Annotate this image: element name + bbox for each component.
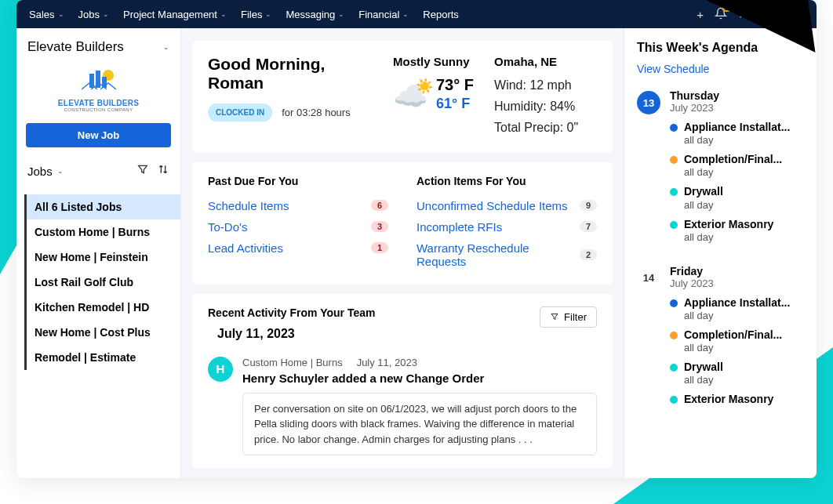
agenda-event[interactable]: Exterior Masonry (670, 392, 804, 406)
weather-precip: Total Precip: 0" (494, 117, 578, 138)
job-item[interactable]: New Home | Cost Plus (27, 320, 180, 345)
clocked-in-badge[interactable]: CLOCKED IN (208, 103, 272, 121)
sort-icon[interactable] (157, 163, 169, 179)
agenda-event[interactable]: Appliance Installat...all day (670, 120, 804, 146)
jobs-selector[interactable]: Jobs ⌄ (27, 165, 64, 178)
count-badge: 9 (580, 200, 597, 211)
day-name: Friday (670, 265, 804, 277)
hero-card: Good Morning, Roman CLOCKED IN for 03:28… (192, 41, 613, 153)
summary-card: Past Due For You Schedule Items6To-Do's3… (192, 162, 613, 285)
location-name: Omaha, NE (494, 55, 578, 68)
greeting: Good Morning, Roman (208, 55, 373, 92)
event-dot-icon (670, 332, 678, 339)
agenda-day: 14FridayJuly 2023Appliance Installat...a… (637, 265, 804, 413)
nav-project-management[interactable]: Project Management⌄ (123, 9, 227, 20)
activity-avatar: H (208, 357, 233, 382)
job-item-active[interactable]: All 6 Listed Jobs (27, 194, 180, 219)
activity-date: July 11, 2023 (217, 327, 375, 341)
activity-headline: Henry Schuyler added a new Change Order (242, 372, 597, 385)
activity-when: July 11, 2023 (357, 357, 417, 368)
activity-note: Per conversation on site on 06/1/2023, w… (242, 393, 597, 456)
chevron-down-icon: ⌄ (338, 10, 344, 18)
chevron-down-icon: ⌄ (402, 10, 409, 18)
chevron-down-icon: ⌄ (57, 167, 64, 175)
event-dot-icon (670, 221, 678, 229)
activity-job: Custom Home | Burns (242, 357, 343, 368)
day-number: 14 (637, 267, 660, 290)
weather-humidity: Humidity: 84% (494, 96, 578, 117)
past-due-link[interactable]: To-Do's (208, 220, 247, 234)
main-content: Good Morning, Roman CLOCKED IN for 03:28… (181, 28, 624, 478)
clocked-duration: for 03:28 hours (282, 107, 350, 118)
count-badge: 3 (371, 221, 388, 232)
weather-condition: Mostly Sunny (393, 55, 474, 68)
chevron-down-icon: ⌄ (163, 43, 169, 51)
org-logo: ELEVATE BUILDERS CONSTRUCTION COMPANY (16, 63, 180, 120)
count-badge: 6 (371, 200, 388, 211)
nav-jobs[interactable]: Jobs⌄ (78, 9, 109, 20)
count-badge: 1 (371, 242, 388, 253)
action-item-link[interactable]: Warranty Reschedule Requests (416, 241, 580, 268)
activity-title: Recent Activity From Your Team (208, 306, 375, 319)
job-item[interactable]: Lost Rail Golf Club (27, 270, 180, 295)
count-badge: 2 (580, 249, 597, 260)
new-job-button[interactable]: New Job (26, 123, 171, 147)
nav-reports[interactable]: Reports (423, 9, 459, 20)
past-due-title: Past Due For You (208, 175, 388, 187)
chevron-down-icon: ⌄ (265, 10, 271, 18)
event-dot-icon (670, 188, 678, 196)
filter-button[interactable]: Filter (540, 306, 597, 328)
action-item-link[interactable]: Unconfirmed Schedule Items (416, 199, 568, 212)
event-dot-icon (670, 396, 678, 404)
weather-wind: Wind: 12 mph (494, 74, 578, 96)
activity-item: H Custom Home | Burns July 11, 2023 Henr… (208, 357, 597, 456)
weather-icon: ☀️☁️ (393, 82, 428, 111)
day-number: 13 (637, 91, 660, 114)
agenda-event[interactable]: Drywallall day (670, 184, 804, 210)
temp-low: 61° F (436, 96, 474, 112)
agenda-event[interactable]: Drywallall day (670, 360, 804, 386)
event-dot-icon (670, 299, 678, 307)
job-item[interactable]: New Home | Feinstein (27, 245, 180, 270)
nav-financial[interactable]: Financial⌄ (358, 9, 409, 20)
temp-high: 73° F (436, 76, 474, 94)
chevron-down-icon: ⌄ (220, 10, 227, 18)
past-due-link[interactable]: Lead Activities (208, 241, 283, 255)
job-item[interactable]: Remodel | Estimate (27, 345, 180, 370)
agenda-event[interactable]: Completion/Final...all day (670, 328, 804, 354)
sidebar: Elevate Builders ⌄ ELEVATE BUILDERS CONS… (16, 28, 181, 478)
day-month: July 2023 (670, 102, 804, 114)
chevron-down-icon: ⌄ (58, 10, 64, 18)
action-items-title: Action Items For You (416, 175, 597, 187)
nav-sales[interactable]: Sales⌄ (29, 9, 64, 20)
chevron-down-icon: ⌄ (103, 10, 109, 18)
agenda-day: 13ThursdayJuly 2023Appliance Installat..… (637, 89, 804, 249)
count-badge: 7 (580, 221, 597, 232)
past-due-link[interactable]: Schedule Items (208, 199, 289, 212)
action-item-link[interactable]: Incomplete RFIs (416, 220, 502, 234)
agenda-event[interactable]: Exterior Masonryall day (670, 217, 804, 243)
event-dot-icon (670, 156, 678, 164)
agenda-event[interactable]: Completion/Final...all day (670, 152, 804, 178)
event-dot-icon (670, 364, 678, 372)
agenda-event[interactable]: Appliance Installat...all day (670, 296, 804, 321)
activity-card: Recent Activity From Your Team July 11, … (192, 294, 613, 469)
filter-icon[interactable] (136, 163, 149, 179)
nav-messaging[interactable]: Messaging⌄ (286, 9, 344, 20)
org-selector[interactable]: Elevate Builders ⌄ (16, 39, 180, 63)
event-dot-icon (670, 124, 678, 132)
nav-files[interactable]: Files⌄ (241, 9, 271, 20)
org-name: Elevate Builders (27, 39, 124, 55)
day-month: July 2023 (670, 277, 804, 289)
job-item[interactable]: Custom Home | Burns (27, 219, 180, 245)
job-item[interactable]: Kitchen Remodel | HD (27, 295, 180, 320)
agenda-panel: This Week's Agenda View Schedule 13Thurs… (624, 28, 817, 478)
day-name: Thursday (670, 89, 804, 102)
